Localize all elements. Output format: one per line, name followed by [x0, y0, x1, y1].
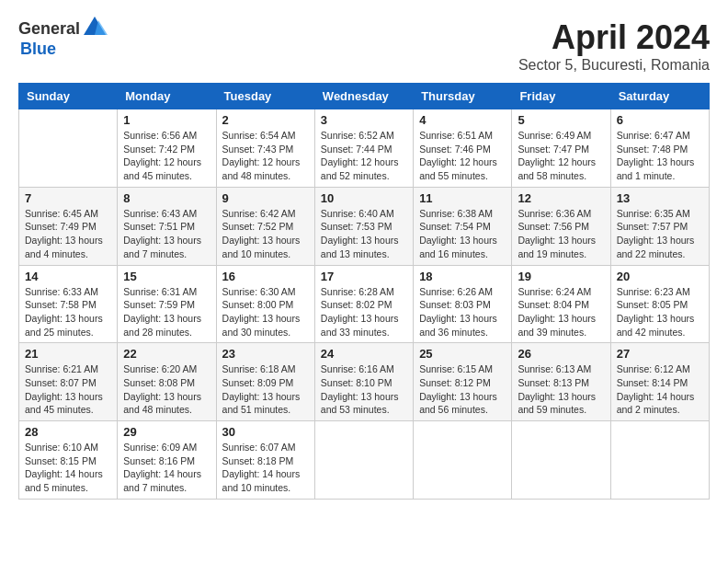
day-number: 28 — [25, 425, 111, 439]
calendar-cell: 19Sunrise: 6:24 AM Sunset: 8:04 PM Dayli… — [512, 265, 610, 343]
day-of-week-header: Saturday — [610, 84, 709, 109]
day-number: 4 — [419, 113, 506, 127]
day-number: 6 — [617, 113, 703, 127]
day-number: 9 — [222, 191, 309, 205]
day-info: Sunrise: 6:31 AM Sunset: 7:59 PM Dayligh… — [123, 285, 210, 339]
day-info: Sunrise: 6:43 AM Sunset: 7:51 PM Dayligh… — [123, 207, 210, 261]
calendar-cell: 28Sunrise: 6:10 AM Sunset: 8:15 PM Dayli… — [19, 421, 118, 500]
day-number: 27 — [617, 347, 703, 361]
calendar-cell: 26Sunrise: 6:13 AM Sunset: 8:13 PM Dayli… — [512, 343, 610, 421]
day-number: 3 — [321, 113, 407, 127]
calendar-cell: 10Sunrise: 6:40 AM Sunset: 7:53 PM Dayli… — [314, 187, 413, 265]
day-info: Sunrise: 6:38 AM Sunset: 7:54 PM Dayligh… — [419, 207, 506, 261]
day-number: 29 — [123, 425, 210, 439]
location-title: Sector 5, Bucuresti, Romania — [518, 57, 710, 74]
day-number: 5 — [518, 113, 604, 127]
calendar-cell: 12Sunrise: 6:36 AM Sunset: 7:56 PM Dayli… — [512, 187, 610, 265]
day-number: 7 — [25, 191, 111, 205]
day-info: Sunrise: 6:30 AM Sunset: 8:00 PM Dayligh… — [222, 285, 309, 339]
day-info: Sunrise: 6:12 AM Sunset: 8:14 PM Dayligh… — [617, 362, 703, 417]
day-number: 23 — [222, 347, 309, 361]
calendar-week-row: 7Sunrise: 6:45 AM Sunset: 7:49 PM Daylig… — [19, 187, 710, 265]
day-number: 1 — [123, 113, 210, 127]
day-number: 2 — [222, 113, 309, 127]
day-number: 13 — [617, 191, 703, 205]
logo-general: General — [18, 20, 80, 39]
day-info: Sunrise: 6:26 AM Sunset: 8:03 PM Dayligh… — [419, 285, 506, 339]
day-number: 20 — [617, 270, 703, 283]
calendar-cell: 1Sunrise: 6:56 AM Sunset: 7:42 PM Daylig… — [118, 109, 216, 188]
calendar-cell: 6Sunrise: 6:47 AM Sunset: 7:48 PM Daylig… — [610, 109, 709, 188]
day-info: Sunrise: 6:16 AM Sunset: 8:10 PM Dayligh… — [321, 362, 407, 417]
day-info: Sunrise: 6:42 AM Sunset: 7:52 PM Dayligh… — [222, 207, 309, 261]
calendar-table: SundayMondayTuesdayWednesdayThursdayFrid… — [18, 83, 710, 500]
day-number: 30 — [222, 425, 309, 439]
day-info: Sunrise: 6:10 AM Sunset: 8:15 PM Dayligh… — [25, 441, 111, 495]
day-number: 17 — [321, 270, 407, 283]
day-number: 19 — [518, 270, 604, 283]
day-info: Sunrise: 6:56 AM Sunset: 7:42 PM Dayligh… — [123, 129, 210, 183]
day-info: Sunrise: 6:45 AM Sunset: 7:49 PM Dayligh… — [25, 207, 111, 261]
calendar-cell: 8Sunrise: 6:43 AM Sunset: 7:51 PM Daylig… — [118, 187, 216, 265]
day-info: Sunrise: 6:09 AM Sunset: 8:16 PM Dayligh… — [123, 441, 210, 495]
calendar-week-row: 1Sunrise: 6:56 AM Sunset: 7:42 PM Daylig… — [19, 109, 710, 188]
calendar-cell: 23Sunrise: 6:18 AM Sunset: 8:09 PM Dayli… — [216, 343, 314, 421]
day-info: Sunrise: 6:21 AM Sunset: 8:07 PM Dayligh… — [25, 362, 111, 417]
calendar-cell: 18Sunrise: 6:26 AM Sunset: 8:03 PM Dayli… — [414, 265, 512, 343]
day-info: Sunrise: 6:47 AM Sunset: 7:48 PM Dayligh… — [617, 129, 703, 183]
calendar-cell: 5Sunrise: 6:49 AM Sunset: 7:47 PM Daylig… — [512, 109, 610, 188]
calendar-cell: 30Sunrise: 6:07 AM Sunset: 8:18 PM Dayli… — [216, 421, 314, 500]
day-info: Sunrise: 6:20 AM Sunset: 8:08 PM Dayligh… — [123, 362, 210, 417]
calendar-cell: 27Sunrise: 6:12 AM Sunset: 8:14 PM Dayli… — [610, 343, 709, 421]
day-info: Sunrise: 6:07 AM Sunset: 8:18 PM Dayligh… — [222, 441, 309, 495]
calendar-cell — [314, 421, 413, 500]
calendar-cell: 21Sunrise: 6:21 AM Sunset: 8:07 PM Dayli… — [19, 343, 118, 421]
day-info: Sunrise: 6:18 AM Sunset: 8:09 PM Dayligh… — [222, 362, 309, 417]
calendar-cell: 20Sunrise: 6:23 AM Sunset: 8:05 PM Dayli… — [610, 265, 709, 343]
calendar-cell — [414, 421, 512, 500]
calendar-cell: 7Sunrise: 6:45 AM Sunset: 7:49 PM Daylig… — [19, 187, 118, 265]
day-number: 14 — [25, 270, 111, 283]
day-info: Sunrise: 6:49 AM Sunset: 7:47 PM Dayligh… — [518, 129, 604, 183]
day-info: Sunrise: 6:33 AM Sunset: 7:58 PM Dayligh… — [25, 285, 111, 339]
title-area: April 2024 Sector 5, Bucuresti, Romania — [518, 18, 710, 74]
day-number: 18 — [419, 270, 506, 283]
calendar-cell: 22Sunrise: 6:20 AM Sunset: 8:08 PM Dayli… — [118, 343, 216, 421]
day-info: Sunrise: 6:13 AM Sunset: 8:13 PM Dayligh… — [518, 362, 604, 417]
day-number: 11 — [419, 191, 506, 205]
calendar-cell — [512, 421, 610, 500]
logo: General Blue — [18, 18, 108, 59]
day-number: 15 — [123, 270, 210, 283]
logo-icon — [82, 15, 108, 40]
day-info: Sunrise: 6:40 AM Sunset: 7:53 PM Dayligh… — [321, 207, 407, 261]
day-number: 12 — [518, 191, 604, 205]
logo-blue: Blue — [20, 40, 108, 59]
calendar-week-row: 21Sunrise: 6:21 AM Sunset: 8:07 PM Dayli… — [19, 343, 710, 421]
day-info: Sunrise: 6:54 AM Sunset: 7:43 PM Dayligh… — [222, 129, 309, 183]
day-info: Sunrise: 6:24 AM Sunset: 8:04 PM Dayligh… — [518, 285, 604, 339]
page-header: General Blue April 2024 Sector 5, Bucure… — [18, 18, 710, 74]
calendar-week-row: 28Sunrise: 6:10 AM Sunset: 8:15 PM Dayli… — [19, 421, 710, 500]
calendar-cell: 4Sunrise: 6:51 AM Sunset: 7:46 PM Daylig… — [414, 109, 512, 188]
calendar-cell: 13Sunrise: 6:35 AM Sunset: 7:57 PM Dayli… — [610, 187, 709, 265]
day-number: 16 — [222, 270, 309, 283]
calendar-cell: 11Sunrise: 6:38 AM Sunset: 7:54 PM Dayli… — [414, 187, 512, 265]
day-of-week-header: Friday — [512, 84, 610, 109]
calendar-cell: 2Sunrise: 6:54 AM Sunset: 7:43 PM Daylig… — [216, 109, 314, 188]
day-of-week-header: Monday — [118, 84, 216, 109]
day-number: 10 — [321, 191, 407, 205]
calendar-cell: 29Sunrise: 6:09 AM Sunset: 8:16 PM Dayli… — [118, 421, 216, 500]
calendar-cell: 24Sunrise: 6:16 AM Sunset: 8:10 PM Dayli… — [314, 343, 413, 421]
day-info: Sunrise: 6:35 AM Sunset: 7:57 PM Dayligh… — [617, 207, 703, 261]
day-info: Sunrise: 6:52 AM Sunset: 7:44 PM Dayligh… — [321, 129, 407, 183]
calendar-cell: 9Sunrise: 6:42 AM Sunset: 7:52 PM Daylig… — [216, 187, 314, 265]
calendar-cell: 15Sunrise: 6:31 AM Sunset: 7:59 PM Dayli… — [118, 265, 216, 343]
calendar-cell: 16Sunrise: 6:30 AM Sunset: 8:00 PM Dayli… — [216, 265, 314, 343]
day-info: Sunrise: 6:51 AM Sunset: 7:46 PM Dayligh… — [419, 129, 506, 183]
day-number: 24 — [321, 347, 407, 361]
day-of-week-header: Thursday — [414, 84, 512, 109]
day-of-week-header: Wednesday — [314, 84, 413, 109]
day-number: 22 — [123, 347, 210, 361]
day-number: 21 — [25, 347, 111, 361]
day-number: 8 — [123, 191, 210, 205]
